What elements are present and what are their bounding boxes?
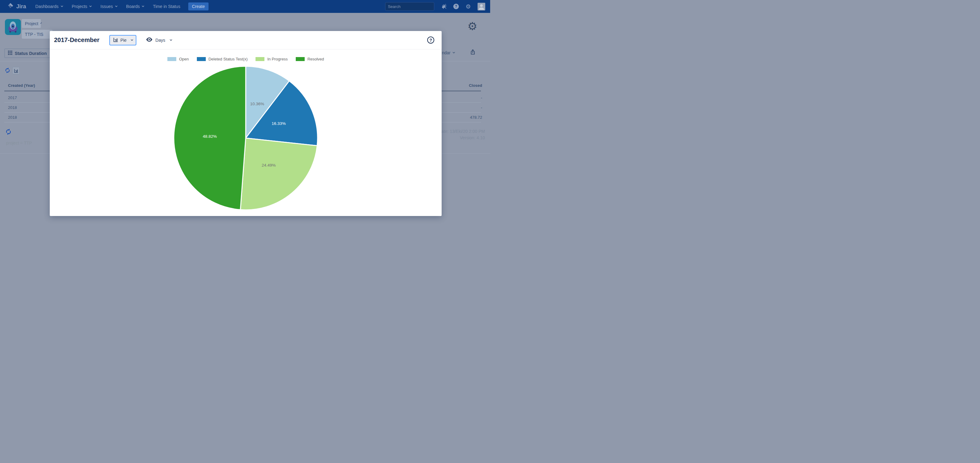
pie-slice-label: 16.33% <box>272 121 286 126</box>
legend-item[interactable]: Resolved <box>296 57 324 61</box>
question-circle-icon[interactable]: ? <box>427 36 434 44</box>
modal-header: 2017-December Pie Days <box>50 31 442 49</box>
legend-label: Deleted Status Test(x) <box>208 57 248 61</box>
question-mark-glyph: ? <box>453 4 459 9</box>
search-input[interactable] <box>388 4 442 9</box>
nav-item-boards[interactable]: Boards <box>126 4 144 9</box>
jira-logo[interactable]: Jira <box>7 2 26 10</box>
chevron-down-icon <box>452 51 455 53</box>
legend-label: Open <box>179 57 189 61</box>
chart-legend: OpenDeleted Status Test(x)In ProgressRes… <box>50 57 442 61</box>
chevron-down-icon <box>170 38 172 41</box>
search-box <box>385 2 434 11</box>
nav-menu: Dashboards Projects Issues Boards Time i… <box>35 4 180 9</box>
grid-icon <box>8 51 12 56</box>
project-avatar[interactable] <box>5 19 21 35</box>
chart-modal: 2017-December Pie Days <box>50 31 442 216</box>
legend-label: Resolved <box>307 57 324 61</box>
help-icon[interactable]: ? <box>453 4 459 9</box>
chevron-down-icon <box>40 22 42 24</box>
legend-item[interactable]: Open <box>167 57 189 61</box>
chevron-down-icon <box>115 5 117 7</box>
legend-item[interactable]: Deleted Status Test(x) <box>197 57 248 61</box>
project-key-pill[interactable]: TTP - TIS <box>22 30 52 39</box>
export-icon[interactable] <box>470 49 476 55</box>
project-dropdown[interactable]: Project <box>22 19 41 28</box>
bar-chart-icon <box>113 37 118 43</box>
pie-slice-label: 24.49% <box>262 163 276 168</box>
report-date-text: rt Date: 13/Eki/20 2:00 PM <box>434 129 485 134</box>
chevron-down-icon <box>60 5 63 7</box>
calendar-dropdown[interactable]: ndar <box>442 50 455 55</box>
nav-item-projects[interactable]: Projects <box>72 4 92 9</box>
eye-icon <box>146 36 153 44</box>
brand-text: Jira <box>16 3 26 10</box>
legend-label: In Progress <box>267 57 288 61</box>
legend-item[interactable]: In Progress <box>256 57 288 61</box>
chevron-down-icon <box>131 38 133 41</box>
version-text: Version: 4.10 <box>460 135 485 140</box>
page-title: 2017-December <box>54 36 100 44</box>
nav-item-issues[interactable]: Issues <box>100 4 117 9</box>
chevron-down-icon <box>89 5 92 7</box>
pie-slice[interactable] <box>240 138 317 210</box>
filter-query-text: project = TTP <box>6 141 32 146</box>
unit-dropdown[interactable]: Days <box>146 36 172 44</box>
create-button[interactable]: Create <box>188 2 208 10</box>
navbar-right-cluster: ? ⚙ <box>385 2 485 11</box>
settings-gear-icon[interactable]: ⚙ <box>468 21 477 32</box>
pie-chart: 10.36%16.33%24.49%48.82% <box>172 65 320 212</box>
user-avatar[interactable] <box>477 3 485 10</box>
megaphone-icon[interactable] <box>441 4 447 9</box>
pie-slice-label: 48.82% <box>203 134 217 139</box>
bar-chart-icon[interactable] <box>12 67 20 74</box>
nav-item-time-in-status[interactable]: Time in Status <box>153 4 180 9</box>
nav-item-dashboards[interactable]: Dashboards <box>35 4 63 9</box>
legend-swatch <box>197 57 206 61</box>
chevron-down-icon <box>142 5 144 7</box>
legend-swatch <box>296 57 305 61</box>
col-closed: Closed <box>469 83 482 88</box>
refresh-icon[interactable] <box>5 68 10 73</box>
col-created-year: Created (Year) <box>8 83 35 88</box>
top-navbar: Jira Dashboards Projects Issues Boards T… <box>0 0 490 13</box>
tab-status-duration[interactable]: Status Duration <box>4 49 54 58</box>
pie-slice-label: 10.36% <box>250 101 264 106</box>
legend-swatch <box>167 57 176 61</box>
legend-swatch <box>256 57 264 61</box>
chart-type-dropdown[interactable]: Pie <box>109 35 136 45</box>
refresh-icon[interactable] <box>6 129 11 135</box>
gear-icon[interactable]: ⚙ <box>466 4 471 10</box>
jira-logo-icon <box>7 2 14 10</box>
